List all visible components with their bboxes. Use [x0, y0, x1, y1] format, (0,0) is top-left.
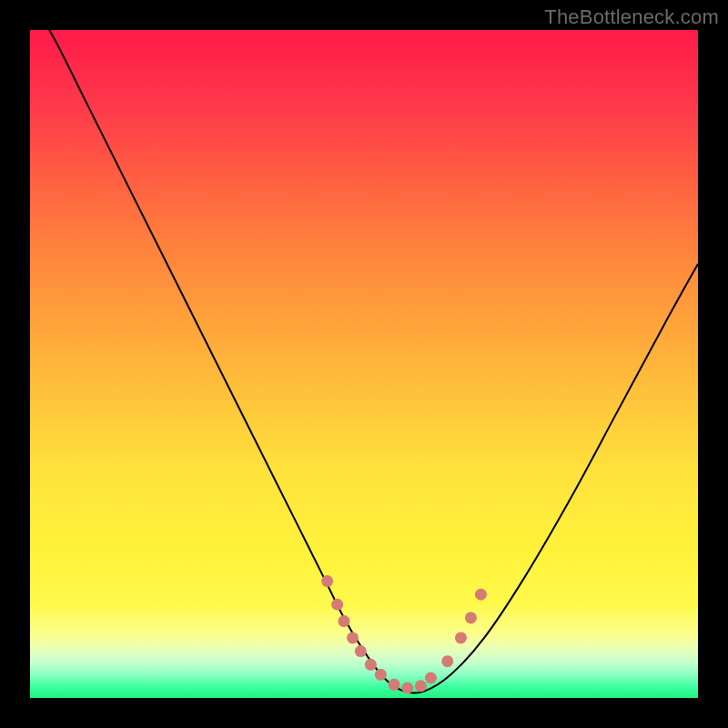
overlay-dot: [375, 669, 387, 681]
gradient-background: [30, 30, 698, 698]
overlay-dot: [455, 632, 467, 643]
plot-svg: [30, 30, 698, 698]
overlay-dot: [338, 615, 349, 627]
overlay-dot: [465, 612, 477, 623]
overlay-dot: [331, 599, 343, 611]
overlay-dot: [389, 679, 400, 691]
watermark-text: TheBottleneck.com: [544, 5, 719, 29]
overlay-dot: [475, 589, 487, 601]
plot-area: [30, 30, 698, 698]
overlay-dot: [401, 682, 413, 693]
overlay-dot: [415, 680, 427, 692]
overlay-dot: [441, 655, 453, 667]
overlay-dot: [347, 632, 359, 643]
overlay-dot: [425, 672, 437, 683]
overlay-dot: [355, 645, 367, 657]
overlay-dot: [365, 659, 377, 671]
chart-stage: TheBottleneck.com: [0, 0, 728, 728]
overlay-dot: [321, 575, 333, 587]
